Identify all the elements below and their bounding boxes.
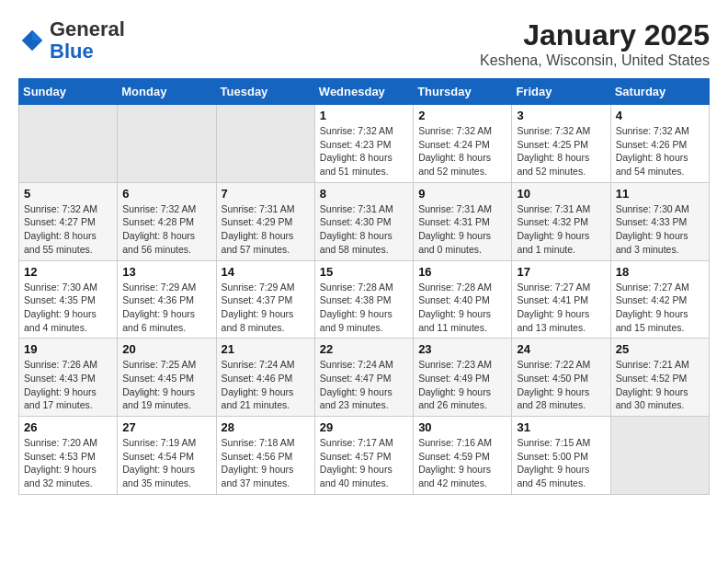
day-number: 1 <box>320 109 408 122</box>
calendar-cell: 28Sunrise: 7:18 AM Sunset: 4:56 PM Dayli… <box>216 417 314 495</box>
day-info: Sunrise: 7:32 AM Sunset: 4:23 PM Dayligh… <box>320 124 408 178</box>
weekday-header: Tuesday <box>216 79 314 105</box>
day-info: Sunrise: 7:15 AM Sunset: 5:00 PM Dayligh… <box>517 436 605 490</box>
day-info: Sunrise: 7:24 AM Sunset: 4:46 PM Dayligh… <box>222 358 310 412</box>
logo-blue-text: Blue <box>50 40 94 63</box>
weekday-header: Thursday <box>414 79 512 105</box>
day-info: Sunrise: 7:25 AM Sunset: 4:45 PM Dayligh… <box>122 358 210 412</box>
day-info: Sunrise: 7:20 AM Sunset: 4:53 PM Dayligh… <box>24 436 112 490</box>
day-info: Sunrise: 7:30 AM Sunset: 4:35 PM Dayligh… <box>24 281 112 335</box>
calendar-cell: 14Sunrise: 7:29 AM Sunset: 4:37 PM Dayli… <box>216 260 314 339</box>
day-number: 25 <box>616 342 704 356</box>
weekday-header: Wednesday <box>314 79 413 105</box>
day-number: 17 <box>517 265 605 279</box>
day-number: 15 <box>320 265 408 279</box>
day-number: 20 <box>122 342 210 356</box>
calendar-cell: 4Sunrise: 7:32 AM Sunset: 4:26 PM Daylig… <box>610 105 709 183</box>
day-number: 14 <box>222 265 310 279</box>
day-number: 30 <box>418 420 506 434</box>
day-number: 29 <box>320 420 408 434</box>
month-title: January 2025 <box>480 18 710 52</box>
calendar-cell: 20Sunrise: 7:25 AM Sunset: 4:45 PM Dayli… <box>118 339 216 417</box>
day-number: 24 <box>517 342 605 356</box>
calendar-cell: 8Sunrise: 7:31 AM Sunset: 4:30 PM Daylig… <box>314 182 413 260</box>
day-info: Sunrise: 7:19 AM Sunset: 4:54 PM Dayligh… <box>122 436 210 490</box>
page-header: General Blue January 2025 Keshena, Wisco… <box>18 18 710 69</box>
calendar-cell: 18Sunrise: 7:27 AM Sunset: 4:42 PM Dayli… <box>610 260 709 339</box>
day-info: Sunrise: 7:26 AM Sunset: 4:43 PM Dayligh… <box>24 358 112 412</box>
day-info: Sunrise: 7:32 AM Sunset: 4:24 PM Dayligh… <box>418 124 506 178</box>
day-number: 16 <box>418 265 506 279</box>
calendar-cell: 27Sunrise: 7:19 AM Sunset: 4:54 PM Dayli… <box>118 417 216 495</box>
calendar-week-row: 1Sunrise: 7:32 AM Sunset: 4:23 PM Daylig… <box>19 105 710 183</box>
calendar-cell <box>19 105 118 183</box>
svg-marker-1 <box>32 30 42 40</box>
day-number: 13 <box>122 265 210 279</box>
day-info: Sunrise: 7:21 AM Sunset: 4:52 PM Dayligh… <box>616 358 704 412</box>
day-info: Sunrise: 7:27 AM Sunset: 4:42 PM Dayligh… <box>616 281 704 335</box>
calendar-cell: 21Sunrise: 7:24 AM Sunset: 4:46 PM Dayli… <box>216 339 314 417</box>
calendar-cell: 1Sunrise: 7:32 AM Sunset: 4:23 PM Daylig… <box>314 105 413 183</box>
calendar-cell: 22Sunrise: 7:24 AM Sunset: 4:47 PM Dayli… <box>314 339 413 417</box>
weekday-header: Sunday <box>19 79 118 105</box>
day-info: Sunrise: 7:32 AM Sunset: 4:28 PM Dayligh… <box>122 202 210 257</box>
calendar-cell: 16Sunrise: 7:28 AM Sunset: 4:40 PM Dayli… <box>414 260 512 339</box>
day-number: 31 <box>517 420 605 434</box>
calendar-cell: 11Sunrise: 7:30 AM Sunset: 4:33 PM Dayli… <box>610 182 709 260</box>
day-number: 22 <box>320 342 408 356</box>
calendar-cell: 3Sunrise: 7:32 AM Sunset: 4:25 PM Daylig… <box>512 105 610 183</box>
calendar-cell: 24Sunrise: 7:22 AM Sunset: 4:50 PM Dayli… <box>512 339 610 417</box>
calendar-cell: 23Sunrise: 7:23 AM Sunset: 4:49 PM Dayli… <box>414 339 512 417</box>
day-info: Sunrise: 7:22 AM Sunset: 4:50 PM Dayligh… <box>517 358 605 412</box>
calendar-cell <box>216 105 314 183</box>
day-number: 6 <box>122 187 210 201</box>
day-number: 19 <box>24 342 112 356</box>
calendar-cell: 19Sunrise: 7:26 AM Sunset: 4:43 PM Dayli… <box>19 339 118 417</box>
calendar-cell: 10Sunrise: 7:31 AM Sunset: 4:32 PM Dayli… <box>512 182 610 260</box>
day-info: Sunrise: 7:24 AM Sunset: 4:47 PM Dayligh… <box>320 358 408 412</box>
day-info: Sunrise: 7:29 AM Sunset: 4:36 PM Dayligh… <box>122 281 210 335</box>
title-block: January 2025 Keshena, Wisconsin, United … <box>480 18 710 69</box>
day-number: 4 <box>616 109 704 122</box>
calendar-cell: 12Sunrise: 7:30 AM Sunset: 4:35 PM Dayli… <box>19 260 118 339</box>
weekday-header: Monday <box>118 79 216 105</box>
calendar-cell: 25Sunrise: 7:21 AM Sunset: 4:52 PM Dayli… <box>610 339 709 417</box>
calendar-cell: 26Sunrise: 7:20 AM Sunset: 4:53 PM Dayli… <box>19 417 118 495</box>
weekday-header: Friday <box>512 79 610 105</box>
day-number: 7 <box>222 187 310 201</box>
weekday-header: Saturday <box>610 79 709 105</box>
day-info: Sunrise: 7:31 AM Sunset: 4:32 PM Dayligh… <box>517 202 605 257</box>
day-info: Sunrise: 7:28 AM Sunset: 4:40 PM Dayligh… <box>418 281 506 335</box>
day-info: Sunrise: 7:32 AM Sunset: 4:27 PM Dayligh… <box>24 202 112 257</box>
day-number: 23 <box>418 342 506 356</box>
day-info: Sunrise: 7:29 AM Sunset: 4:37 PM Dayligh… <box>222 281 310 335</box>
calendar-cell: 29Sunrise: 7:17 AM Sunset: 4:57 PM Dayli… <box>314 417 413 495</box>
day-info: Sunrise: 7:27 AM Sunset: 4:41 PM Dayligh… <box>517 281 605 335</box>
calendar-week-row: 26Sunrise: 7:20 AM Sunset: 4:53 PM Dayli… <box>19 417 710 495</box>
calendar-header-row: SundayMondayTuesdayWednesdayThursdayFrid… <box>19 79 710 105</box>
calendar-week-row: 19Sunrise: 7:26 AM Sunset: 4:43 PM Dayli… <box>19 339 710 417</box>
calendar-cell: 31Sunrise: 7:15 AM Sunset: 5:00 PM Dayli… <box>512 417 610 495</box>
calendar-cell: 7Sunrise: 7:31 AM Sunset: 4:29 PM Daylig… <box>216 182 314 260</box>
day-info: Sunrise: 7:28 AM Sunset: 4:38 PM Dayligh… <box>320 281 408 335</box>
day-info: Sunrise: 7:18 AM Sunset: 4:56 PM Dayligh… <box>222 436 310 490</box>
calendar-cell: 5Sunrise: 7:32 AM Sunset: 4:27 PM Daylig… <box>19 182 118 260</box>
calendar-cell <box>610 417 709 495</box>
day-number: 5 <box>24 187 112 201</box>
day-info: Sunrise: 7:32 AM Sunset: 4:26 PM Dayligh… <box>616 124 704 178</box>
day-number: 18 <box>616 265 704 279</box>
calendar-cell <box>118 105 216 183</box>
day-info: Sunrise: 7:30 AM Sunset: 4:33 PM Dayligh… <box>616 202 704 257</box>
day-number: 21 <box>222 342 310 356</box>
day-number: 27 <box>122 420 210 434</box>
calendar-cell: 9Sunrise: 7:31 AM Sunset: 4:31 PM Daylig… <box>414 182 512 260</box>
day-number: 26 <box>24 420 112 434</box>
day-info: Sunrise: 7:23 AM Sunset: 4:49 PM Dayligh… <box>418 358 506 412</box>
day-number: 8 <box>320 187 408 201</box>
calendar-cell: 17Sunrise: 7:27 AM Sunset: 4:41 PM Dayli… <box>512 260 610 339</box>
day-info: Sunrise: 7:31 AM Sunset: 4:30 PM Dayligh… <box>320 202 408 257</box>
day-number: 12 <box>24 265 112 279</box>
day-info: Sunrise: 7:32 AM Sunset: 4:25 PM Dayligh… <box>517 124 605 178</box>
calendar-cell: 13Sunrise: 7:29 AM Sunset: 4:36 PM Dayli… <box>118 260 216 339</box>
day-number: 2 <box>418 109 506 122</box>
